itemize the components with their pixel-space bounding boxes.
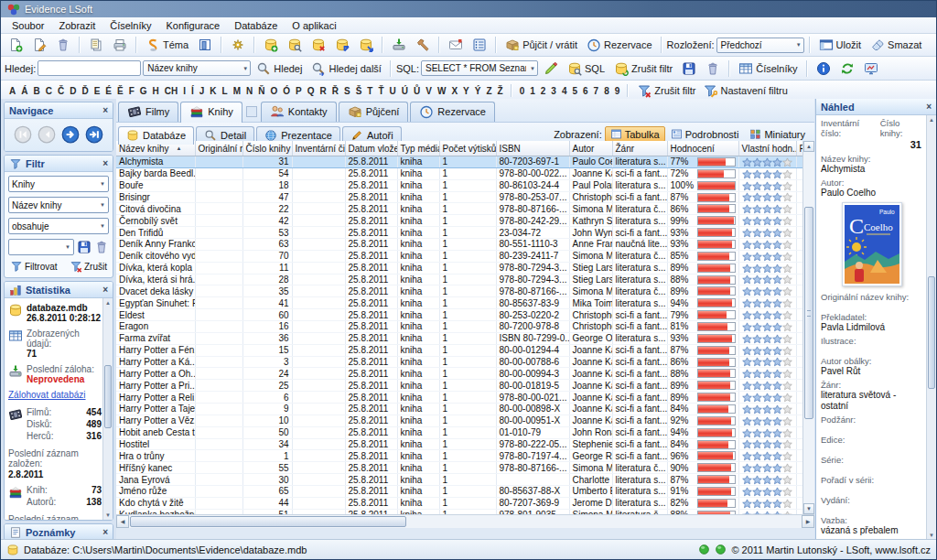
- alphabet-letter-item[interactable]: Č: [55, 86, 67, 96]
- tab-rezervace[interactable]: Rezervace: [410, 102, 495, 122]
- refresh-button[interactable]: [836, 59, 858, 79]
- table-row[interactable]: Eldest6025.8.2011kniha180-253-0220-2Chri…: [116, 309, 814, 321]
- alphabet-letter-s[interactable]: S: [341, 86, 353, 96]
- alphabet-letter-l[interactable]: L: [220, 86, 231, 96]
- table-row[interactable]: Bajky barda Beedl...5425.8.2011kniha1978…: [116, 167, 814, 179]
- alphabet-letter-item[interactable]: Š: [353, 86, 365, 96]
- alphabet-letter-j[interactable]: J: [197, 86, 208, 96]
- statistics-scrollbar[interactable]: ▲ ▼: [102, 298, 113, 520]
- scroll-up-icon[interactable]: ▲: [927, 115, 936, 124]
- table-row[interactable]: Hříšný kanec5525.8.2011kniha1978-80-8716…: [116, 462, 814, 474]
- print-button[interactable]: [109, 35, 131, 55]
- table-row[interactable]: Dívka, která si hrá...2825.8.2011kniha19…: [116, 274, 814, 285]
- window-layout-button[interactable]: [194, 35, 216, 55]
- tools-button[interactable]: [412, 35, 434, 55]
- alphabet-letter-f[interactable]: F: [126, 86, 137, 96]
- close-icon[interactable]: ×: [102, 105, 108, 115]
- layout-select[interactable]: Předchozí▼: [716, 38, 804, 53]
- scroll-right-icon[interactable]: ▶: [802, 515, 814, 528]
- alphabet-digit-1[interactable]: 1: [527, 86, 538, 96]
- alphabet-letter-item[interactable]: Ó: [280, 86, 293, 96]
- column-header-nr[interactable]: Žánr: [612, 141, 667, 156]
- alphabet-letter-item[interactable]: Ň: [255, 86, 267, 96]
- theme-button[interactable]: Téma: [142, 35, 192, 55]
- layout-save-button[interactable]: Uložit: [815, 35, 866, 55]
- alphabet-letter-e[interactable]: E: [92, 86, 103, 96]
- alphabet-digit-5[interactable]: 5: [569, 86, 580, 96]
- alphabet-letter-i[interactable]: I: [180, 86, 188, 96]
- alphabet-letter-v[interactable]: V: [423, 86, 435, 96]
- subtab-datab-ze[interactable]: Databáze: [118, 126, 194, 145]
- alphabet-digit-6[interactable]: 6: [580, 86, 591, 96]
- view-podrobnosti-button[interactable]: Podrobnosti: [665, 126, 745, 142]
- reservation-button[interactable]: Rezervace: [583, 35, 656, 55]
- backup-database-link[interactable]: Zálohovat databázi: [8, 390, 102, 400]
- menu-item-zobrazit[interactable]: Zobrazit: [51, 19, 102, 32]
- column-header-invent-rn-i[interactable]: Inventární či...: [292, 141, 345, 156]
- alphabet-letter-b[interactable]: B: [30, 86, 42, 96]
- alphabet-digit-4[interactable]: 4: [559, 86, 570, 96]
- filter-operator-select[interactable]: obsahuje▼: [8, 218, 109, 234]
- column-header-hodnocen[interactable]: Hodnocení: [667, 141, 738, 156]
- scrollbar-thumb[interactable]: [130, 516, 406, 527]
- alphabet-letter-x[interactable]: X: [448, 86, 460, 96]
- alphabet-letter-t[interactable]: T: [364, 86, 375, 96]
- alphabet-digit-8[interactable]: 8: [601, 86, 612, 96]
- scroll-up-icon[interactable]: ▲: [803, 141, 814, 152]
- view-tabulka-button[interactable]: Tabulka: [605, 126, 665, 142]
- alphabet-letter-q[interactable]: Q: [305, 86, 318, 96]
- search-next-button[interactable]: Hledej další: [307, 59, 384, 79]
- alphabet-letter-item[interactable]: Ě: [114, 86, 126, 96]
- table-row[interactable]: Dívka, která kopla ...1125.8.2011kniha19…: [116, 262, 814, 274]
- edit-record-button[interactable]: [28, 35, 50, 55]
- column-header-origin-ln-n[interactable]: Originální n...: [195, 141, 242, 156]
- alphabet-letter-item[interactable]: Ď: [79, 86, 91, 96]
- table-row[interactable]: Eragon1625.8.2011kniha180-7200-978-8Chri…: [116, 321, 814, 333]
- table-row[interactable]: Deník citového vyd...7025.8.2011kniha180…: [116, 250, 814, 262]
- filter-entity-select[interactable]: Knihy▼: [8, 176, 109, 192]
- alphabet-letter-d[interactable]: D: [67, 86, 79, 96]
- alphabet-digit-3[interactable]: 3: [548, 86, 559, 96]
- table-row[interactable]: Egypťan Sinuhet: P...4125.8.2011kniha180…: [116, 297, 814, 309]
- nav-first-button[interactable]: [14, 125, 32, 144]
- column-header-autor[interactable]: Autor: [569, 141, 612, 156]
- table-row[interactable]: Harry Potter a Věz...1025.8.2011kniha180…: [116, 415, 814, 426]
- menu-item-konfigurace[interactable]: Konfigurace: [158, 19, 227, 32]
- alphabet-letter-item[interactable]: Á: [18, 86, 30, 96]
- table-row[interactable]: Alchymista3125.8.2011kniha180-7203-697-1…: [116, 156, 814, 168]
- table-row[interactable]: Bouře1825.8.2011kniha180-86103-24-4Paul …: [116, 179, 814, 191]
- alphabet-letter-m[interactable]: M: [231, 86, 243, 96]
- new-record-button[interactable]: [5, 35, 27, 55]
- table-row[interactable]: Hra o trůny125.8.2011kniha1978-80-7197-4…: [116, 450, 814, 462]
- table-row[interactable]: Deník Anny Franko...6325.8.2011kniha180-…: [116, 239, 814, 251]
- preview-scrollbar[interactable]: ▲ ▼: [926, 115, 936, 540]
- table-row[interactable]: Černobílý svět4225.8.2011kniha1978-80-24…: [116, 215, 814, 227]
- table-row[interactable]: Farma zvířat3625.8.2011kniha1ISBN 80-729…: [116, 332, 814, 344]
- alphabet-letter-n[interactable]: N: [243, 86, 255, 96]
- filter-trash-icon[interactable]: [94, 240, 109, 254]
- filter-value-combo[interactable]: ▼: [8, 239, 74, 255]
- tab-p-j-en[interactable]: Půjčení: [339, 102, 409, 122]
- sql-edit-button[interactable]: [540, 59, 562, 79]
- alphabet-letter-k[interactable]: K: [207, 86, 219, 96]
- table-row[interactable]: Den Trifidů5325.8.2011kniha123-034-72Joh…: [116, 227, 814, 239]
- codebooks-button[interactable]: Číselníky: [735, 59, 801, 79]
- table-row[interactable]: Harry Potter a Oh...2425.8.2011kniha180-…: [116, 368, 814, 380]
- alphabet-letter-item[interactable]: Í: [188, 86, 197, 96]
- sql-run-button[interactable]: SQL: [564, 59, 609, 79]
- alphabet-letter-o[interactable]: O: [268, 86, 281, 96]
- save-query-button[interactable]: [678, 59, 700, 79]
- filter-clear-button[interactable]: Zrušit: [70, 260, 107, 273]
- scroll-down-icon[interactable]: ▼: [103, 511, 113, 520]
- copy-button[interactable]: [85, 35, 107, 55]
- vertical-scrollbar[interactable]: ▲ ▼: [802, 141, 814, 514]
- menu-item-soubor[interactable]: Soubor: [5, 19, 51, 32]
- delete-record-button[interactable]: [52, 35, 74, 55]
- scrollbar-thumb[interactable]: [804, 207, 813, 419]
- alphabet-letter-item[interactable]: É: [102, 86, 114, 96]
- alphabet-letter-item[interactable]: Ú: [399, 86, 411, 96]
- alphabet-letter-c[interactable]: C: [43, 86, 55, 96]
- column-header-po-et-v-tisk[interactable]: Počet výtisků: [439, 141, 496, 156]
- table-row[interactable]: Kdo chytá v žitě4425.8.2011kniha180-7207…: [116, 497, 814, 509]
- list-button[interactable]: [468, 35, 490, 55]
